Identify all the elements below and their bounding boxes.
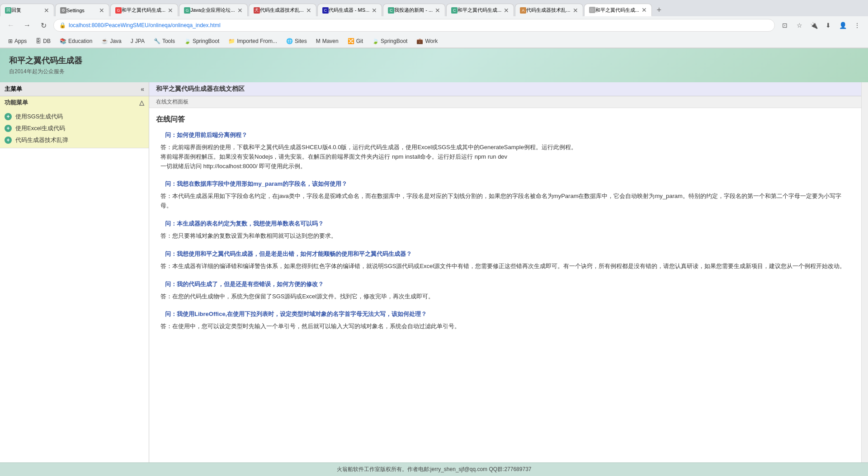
tab-close-button[interactable]: ✕	[642, 6, 647, 14]
bookmark-label: Tools	[162, 38, 175, 44]
tab-close-button[interactable]: ✕	[306, 7, 311, 14]
tab-close-button[interactable]: ✕	[44, 7, 49, 14]
bookmark-item-maven[interactable]: MMaven	[312, 37, 342, 45]
bookmark-item-work[interactable]: 💼Work	[413, 37, 441, 45]
url-bar[interactable]: 🔒 localhost:8080/PeaceWingSMEU/onlineqa/…	[53, 19, 775, 32]
bookmark-label: Maven	[322, 38, 339, 44]
screen-cast-button[interactable]: ⊡	[778, 19, 791, 32]
bookmark-item-git[interactable]: 🔀Git	[344, 37, 367, 45]
tab-close-button[interactable]: ✕	[504, 7, 509, 14]
browser-tab-tab1[interactable]: 回 回复 ✕	[0, 4, 54, 16]
tab-title: Java企业应用论坛...	[190, 7, 235, 14]
tab-favicon: C	[388, 7, 394, 14]
tab-favicon: 回	[5, 7, 11, 14]
browser-tab-tab5[interactable]: 犬 代码生成器技术乱... ✕	[249, 4, 316, 16]
browser-tab-tab2[interactable]: ⚙ Settings ✕	[55, 4, 109, 16]
qa-question-5: 问：我使用LibreOffice,在使用下拉列表时，设定类型时域对象的名字首字母…	[165, 310, 852, 318]
browser-tab-tab7[interactable]: C 我投递的新闻 - ... ✕	[383, 4, 445, 16]
tab-title: 我投递的新闻 - ...	[394, 7, 433, 14]
qa-question-2: 问：本生成器的表名约定为复数，我想使用单数表名可以吗？	[165, 220, 852, 228]
url-text: localhost:8080/PeaceWingSMEU/onlineqa/on…	[69, 22, 769, 28]
tab-favicon: A	[520, 7, 526, 14]
bookmark-item-sites[interactable]: 🌐Sites	[283, 37, 311, 45]
doc-area[interactable]: 在线问答 问：如何使用前后端分离例程？答：此前端界面例程的使用，下载和平之翼代码…	[149, 108, 861, 462]
sidebar-collapse-button[interactable]: «	[141, 85, 144, 93]
qa-answer-0: 答：此前端界面例程的使用，下载和平之翼代码生成器SHCEU版4.0.0版，运行此…	[160, 143, 852, 171]
tab-title: 代码生成器 - MS...	[329, 7, 369, 14]
main-content-sub-header: 在线文档面板	[149, 96, 861, 108]
browser-tab-tab4[interactable]: G Java企业应用论坛... ✕	[179, 4, 247, 16]
back-button[interactable]: ←	[5, 19, 17, 32]
bookmarks-bar: ⊞Apps🗄DB📚Education☕JavaJJPA🔧Tools🍃Spring…	[0, 34, 868, 48]
tab-close-button[interactable]: ✕	[372, 7, 377, 14]
browser-tab-tab3[interactable]: G 和平之翼代码生成... ✕	[110, 4, 178, 16]
page-title: 和平之翼代码生成器	[9, 55, 859, 66]
sidebar-menu-header: 功能菜单 △	[0, 96, 149, 109]
browser-tab-tab10[interactable]: □ 和平之翼代码生成... ✕	[584, 4, 652, 16]
function-menu-toggle[interactable]: △	[139, 99, 144, 106]
qa-block-0: 问：如何使用前后端分离例程？答：此前端界面例程的使用，下载和平之翼代码生成器SH…	[156, 131, 852, 171]
forward-button[interactable]: →	[21, 19, 33, 32]
tab-title: 代码生成器技术乱...	[526, 7, 570, 14]
tab-title: 和平之翼代码生成...	[595, 7, 639, 14]
bookmark-item-education[interactable]: 📚Education	[56, 37, 96, 45]
main-content-header: 和平之翼代码生成器在线文档区	[149, 82, 861, 96]
tab-title: Settings	[66, 8, 97, 13]
doc-section-title: 在线问答	[156, 115, 852, 124]
refresh-button[interactable]: ↻	[37, 19, 50, 32]
tab-close-button[interactable]: ✕	[99, 7, 104, 14]
tab-favicon: G	[115, 7, 122, 14]
more-button[interactable]: ⋮	[851, 19, 863, 32]
sidebar-item-使用Excel生成代码[interactable]: + 使用Excel生成代码	[0, 123, 149, 134]
tab-favicon: 犬	[254, 7, 260, 14]
tab-close-button[interactable]: ✕	[168, 7, 173, 14]
qa-question-4: 问：我的代码生成了，但是还是有些错误，如何方便的修改？	[165, 280, 852, 288]
bookmark-item-springboot[interactable]: 🍃SpringBoot	[180, 37, 223, 45]
sidebar-item-label: 使用Excel生成代码	[15, 124, 65, 132]
extension-button[interactable]: 🔌	[807, 19, 820, 32]
tab-title: 代码生成器技术乱...	[260, 7, 304, 14]
bookmark-item-java[interactable]: ☕Java	[98, 37, 125, 45]
browser-tab-tab9[interactable]: A 代码生成器技术乱... ✕	[515, 4, 583, 16]
account-button[interactable]: 👤	[836, 19, 849, 32]
download-button[interactable]: ⬇	[822, 19, 835, 32]
qa-items-container: 问：如何使用前后端分离例程？答：此前端界面例程的使用，下载和平之翼代码生成器SH…	[156, 131, 852, 331]
browser-tab-tab8[interactable]: C 和平之翼代码生成... ✕	[446, 4, 514, 16]
bookmark-item-apps[interactable]: ⊞Apps	[5, 37, 30, 45]
tab-close-button[interactable]: ✕	[573, 7, 578, 14]
bookmark-item-imported-from---[interactable]: 📁Imported From...	[225, 37, 281, 45]
bookmark-item-tools[interactable]: 🔧Tools	[150, 37, 179, 45]
sidebar-item-使用SGS生成代码[interactable]: + 使用SGS生成代码	[0, 111, 149, 123]
qa-answer-5: 答：在使用中，您可以设定类型时先输入一个单引号，然后就可以输入大写的域对象名，系…	[160, 322, 852, 331]
page-footer: 火翁船软件工作室版权所有。作者电邮:jerry_shen_sjf@qq.com …	[0, 462, 868, 476]
bookmark-label: JPA	[135, 38, 145, 44]
bookmark-button[interactable]: ☆	[793, 19, 806, 32]
bookmark-item-springboot[interactable]: 🍃SpringBoot	[368, 37, 411, 45]
sidebar: 主菜单 « 功能菜单 △ + 使用SGS生成代码 + 使用Excel生成代码 +…	[0, 82, 149, 462]
tab-close-button[interactable]: ✕	[237, 7, 243, 14]
browser-tab-tab6[interactable]: C 代码生成器 - MS... ✕	[317, 4, 382, 16]
bookmark-label: SpringBoot	[193, 38, 219, 44]
bookmark-item-db[interactable]: 🗄DB	[32, 37, 54, 45]
qa-block-4: 问：我的代码生成了，但是还是有些错误，如何方便的修改？答：在您的代码生成物中，系…	[156, 280, 852, 302]
bookmark-item-jpa[interactable]: JJPA	[127, 37, 148, 45]
tab-favicon: □	[589, 7, 595, 13]
sidebar-item-代码生成器技术乱弹[interactable]: + 代码生成器技术乱弹	[0, 134, 149, 146]
sidebar-item-icon: +	[5, 125, 12, 132]
tab-favicon: ⚙	[60, 7, 66, 14]
qa-block-5: 问：我使用LibreOffice,在使用下拉列表时，设定类型时域对象的名字首字母…	[156, 310, 852, 331]
bookmark-icon: ⊞	[8, 38, 13, 44]
browser-chrome: 回 回复 ✕ ⚙ Settings ✕ G 和平之翼代码生成... ✕ G Ja…	[0, 0, 868, 48]
new-tab-button[interactable]: +	[653, 4, 665, 16]
qa-question-0: 问：如何使用前后端分离例程？	[165, 131, 852, 139]
bookmark-label: Work	[425, 38, 438, 44]
tab-close-button[interactable]: ✕	[435, 7, 440, 14]
function-menu-label: 功能菜单	[5, 99, 28, 107]
tab-title: 和平之翼代码生成...	[122, 7, 165, 14]
page-subtitle: 自2014年起为公众服务	[9, 68, 859, 75]
page-header: 和平之翼代码生成器 自2014年起为公众服务	[0, 48, 868, 82]
bookmark-label: Apps	[14, 38, 27, 44]
address-bar: ← → ↻ 🔒 localhost:8080/PeaceWingSMEU/onl…	[0, 16, 868, 34]
bookmark-icon: J	[131, 38, 133, 44]
main-menu-label: 主菜单	[5, 85, 22, 93]
